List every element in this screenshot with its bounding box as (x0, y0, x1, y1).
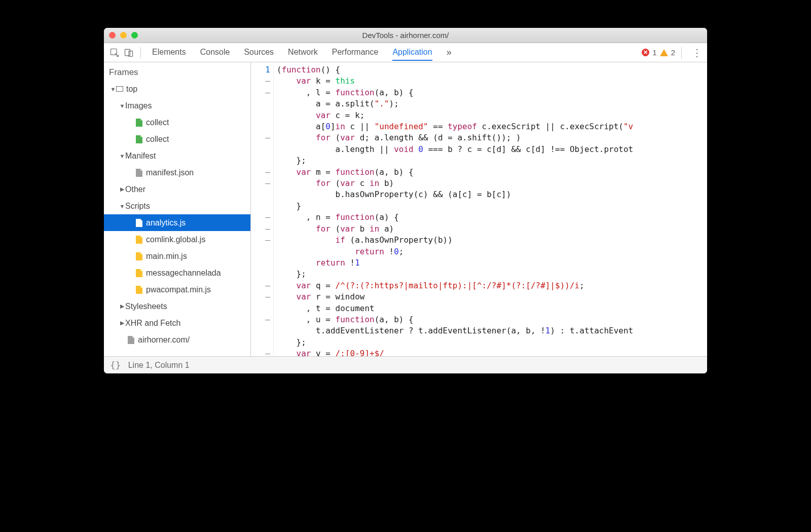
tree-file[interactable]: messagechannelada (104, 264, 250, 281)
expand-icon: ▼ (110, 86, 116, 92)
sidebar-header: Frames (104, 62, 250, 81)
tree-group-xhr[interactable]: ▶ XHR and Fetch (104, 315, 250, 331)
tab-network[interactable]: Network (288, 45, 318, 61)
tree-top-label: top (126, 85, 137, 94)
tree-group-manifest[interactable]: ▼ Manifest (104, 147, 250, 164)
script-file-icon (135, 285, 143, 294)
file-icon (135, 168, 143, 177)
group-label: Manifest (125, 151, 156, 161)
frame-icon (116, 86, 123, 92)
code-content[interactable]: (function() { var k = this , l = functio… (274, 62, 707, 356)
pretty-print-icon[interactable]: {} (110, 360, 121, 370)
tree-top[interactable]: ▼ top (104, 81, 250, 97)
file-label: main.min.js (146, 252, 187, 261)
error-count: 1 (652, 48, 656, 57)
panel-tabs: Elements Console Sources Network Perform… (152, 45, 432, 61)
script-file-icon (135, 252, 143, 261)
divider (681, 47, 682, 58)
source-editor[interactable]: 1 – – – – – – – – – – – – (function() { … (251, 62, 707, 356)
tab-elements[interactable]: Elements (152, 45, 186, 61)
devtools-window: DevTools - airhorner.com/ Elements Conso… (104, 28, 707, 373)
svg-rect-1 (125, 49, 130, 56)
tab-performance[interactable]: Performance (332, 45, 379, 61)
warning-icon (660, 49, 668, 56)
file-label: analytics.js (146, 218, 186, 227)
file-icon (127, 335, 135, 345)
tree-file[interactable]: pwacompat.min.js (104, 281, 250, 298)
tree-group-images[interactable]: ▼ Images (104, 97, 250, 114)
collapse-icon: ▶ (119, 186, 125, 193)
expand-icon: ▼ (119, 153, 125, 159)
more-tabs-icon[interactable]: » (447, 47, 452, 58)
inspect-element-icon[interactable] (109, 47, 120, 58)
file-label: pwacompat.min.js (146, 285, 211, 294)
tab-sources[interactable]: Sources (244, 45, 274, 61)
window-title: DevTools - airhorner.com/ (104, 31, 707, 40)
toolbar: Elements Console Sources Network Perform… (104, 43, 707, 62)
tree-file[interactable]: main.min.js (104, 248, 250, 264)
tree-file[interactable]: collect (104, 131, 250, 147)
group-label: Images (125, 101, 152, 110)
collapse-icon: ▶ (119, 303, 125, 310)
expand-icon: ▼ (119, 103, 125, 109)
tab-application[interactable]: Application (392, 45, 432, 61)
image-file-icon (135, 118, 143, 127)
file-label: comlink.global.js (146, 235, 205, 244)
group-label: Stylesheets (125, 302, 167, 311)
script-file-icon (135, 269, 143, 278)
tree-file[interactable]: manifest.json (104, 164, 250, 181)
script-file-icon (135, 235, 143, 244)
frames-sidebar: Frames ▼ top ▼ Images collect collec (104, 62, 251, 356)
error-icon: ✕ (642, 49, 649, 56)
tree-file[interactable]: comlink.global.js (104, 231, 250, 248)
group-label: Other (125, 185, 145, 194)
file-label: manifest.json (146, 168, 194, 177)
tree-group-stylesheets[interactable]: ▶ Stylesheets (104, 298, 250, 315)
group-label: Scripts (125, 202, 150, 211)
titlebar: DevTools - airhorner.com/ (104, 28, 707, 43)
file-label: collect (146, 118, 169, 127)
cursor-position: Line 1, Column 1 (128, 361, 190, 370)
tree-file-selected[interactable]: analytics.js (104, 214, 250, 231)
tree-group-other[interactable]: ▶ Other (104, 181, 250, 198)
script-file-icon (135, 218, 143, 227)
line-gutter: 1 – – – – – – – – – – – – (251, 62, 274, 356)
issue-badges[interactable]: ✕ 1 2 (642, 48, 675, 57)
image-file-icon (135, 135, 143, 144)
tree-file[interactable]: airhorner.com/ (104, 331, 250, 348)
file-label: airhorner.com/ (138, 335, 190, 345)
divider (140, 47, 141, 58)
group-label: XHR and Fetch (125, 319, 180, 328)
tree-group-scripts[interactable]: ▼ Scripts (104, 198, 250, 214)
tab-console[interactable]: Console (200, 45, 230, 61)
status-bar: {} Line 1, Column 1 (104, 356, 707, 373)
settings-menu-icon[interactable]: ⋮ (692, 48, 702, 58)
device-toolbar-icon[interactable] (123, 47, 134, 58)
tree-file[interactable]: collect (104, 114, 250, 131)
warning-count: 2 (671, 48, 675, 57)
file-label: collect (146, 135, 169, 144)
expand-icon: ▼ (119, 203, 125, 209)
file-label: messagechannelada (146, 269, 221, 278)
collapse-icon: ▶ (119, 320, 125, 326)
